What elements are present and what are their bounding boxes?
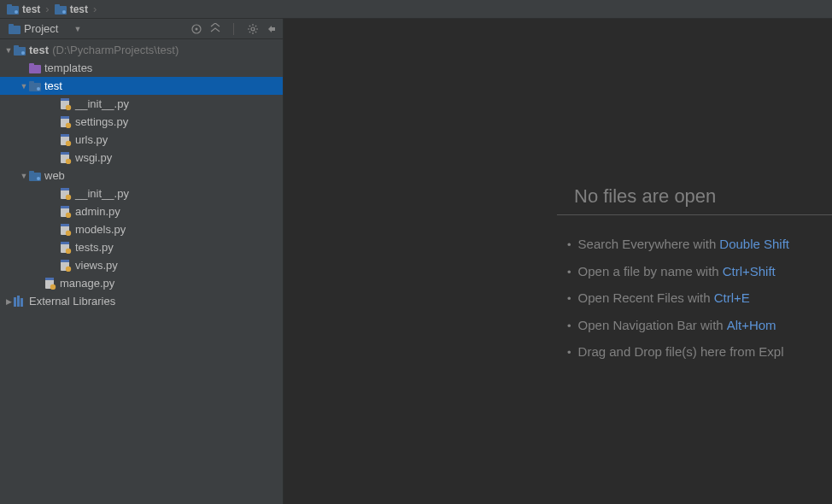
svg-rect-13 — [14, 45, 19, 48]
empty-state-title: No files are open — [557, 185, 832, 215]
py-icon — [60, 152, 72, 164]
empty-state-tip: •Open Navigation Bar withAlt+Hom — [567, 312, 832, 339]
module-icon — [7, 4, 19, 15]
svg-point-25 — [66, 122, 71, 127]
svg-rect-39 — [61, 206, 69, 208]
tree-node-settings[interactable]: settings.py — [0, 113, 283, 131]
tree-node-label: manage.py — [60, 277, 114, 290]
tree-arrow-icon[interactable]: ▼ — [3, 45, 14, 56]
collapse-all-button[interactable] — [208, 21, 223, 37]
tree-arrow-icon[interactable]: ▼ — [19, 81, 29, 91]
svg-rect-30 — [61, 152, 69, 155]
svg-rect-36 — [61, 188, 69, 190]
tree-arrow-icon[interactable]: ▶ — [3, 296, 14, 307]
lib-icon — [14, 296, 26, 307]
project-tree[interactable]: ▼test(D:\PycharmProjects\test)templates▼… — [0, 39, 283, 504]
tree-node-extlib[interactable]: ▶External Libraries — [0, 292, 283, 310]
tree-node-root[interactable]: ▼test(D:\PycharmProjects\test) — [0, 41, 283, 59]
svg-point-9 — [196, 27, 198, 30]
tree-node-init2[interactable]: __init__.py — [0, 185, 283, 202]
project-view-dropdown[interactable]: Project ▼ — [3, 21, 86, 37]
breadcrumb-label: test — [22, 3, 40, 15]
tree-node-test-pkg[interactable]: ▼test — [0, 77, 283, 95]
py-icon — [60, 134, 72, 146]
svg-point-46 — [66, 248, 71, 253]
breadcrumb-item-root[interactable]: test — [3, 3, 44, 15]
breadcrumb-item-1[interactable]: test — [51, 3, 91, 15]
svg-rect-27 — [61, 134, 69, 137]
py-icon — [44, 278, 56, 290]
tip-shortcut: Double Shift — [719, 231, 789, 258]
py-icon — [60, 260, 72, 272]
tree-node-urls[interactable]: urls.py — [0, 131, 283, 149]
tree-node-label: admin.py — [75, 205, 120, 218]
empty-state-tip: •Open a file by name withCtrl+Shift — [567, 258, 832, 285]
svg-rect-16 — [29, 63, 34, 66]
tree-node-wsgi[interactable]: wsgi.py — [0, 149, 283, 167]
tree-node-admin[interactable]: admin.py — [0, 202, 283, 220]
svg-point-22 — [66, 104, 71, 109]
svg-rect-42 — [61, 224, 69, 226]
tree-node-hint: (D:\PycharmProjects\test) — [52, 44, 179, 56]
tip-text: Open Recent Files with — [578, 284, 711, 312]
svg-point-49 — [66, 266, 71, 271]
main-area: Project ▼ — [0, 19, 832, 504]
tip-shortcut: Ctrl+E — [714, 284, 750, 312]
scroll-from-source-button[interactable] — [189, 21, 204, 37]
svg-point-43 — [66, 230, 71, 235]
py-icon — [60, 206, 72, 218]
tree-node-label: __init__.py — [75, 97, 129, 110]
tree-node-label: urls.py — [75, 133, 108, 146]
empty-state-tip: •Search Everywhere withDouble Shift — [567, 231, 832, 258]
module-icon — [29, 81, 41, 91]
tree-arrow-icon[interactable]: ▼ — [19, 171, 29, 181]
tip-text: Search Everywhere with — [578, 231, 717, 258]
tip-shortcut: Ctrl+Shift — [723, 258, 776, 285]
svg-rect-24 — [61, 116, 69, 119]
svg-rect-21 — [61, 98, 69, 101]
svg-point-40 — [66, 212, 71, 217]
svg-point-11 — [251, 27, 255, 31]
module-icon — [29, 171, 41, 181]
svg-point-28 — [66, 140, 71, 145]
templates-folder-icon — [29, 63, 41, 73]
svg-rect-45 — [61, 242, 69, 244]
tree-node-models[interactable]: models.py — [0, 220, 283, 238]
tree-node-label: settings.py — [75, 115, 128, 128]
breadcrumb-bar: test › test › — [0, 0, 832, 19]
tree-node-tests[interactable]: tests.py — [0, 238, 283, 256]
editor-area[interactable]: No files are open •Search Everywhere wit… — [284, 19, 832, 504]
module-icon — [55, 4, 67, 15]
tree-node-label: views.py — [75, 259, 118, 272]
tree-node-views[interactable]: views.py — [0, 256, 283, 274]
svg-rect-33 — [29, 171, 34, 173]
svg-point-14 — [21, 51, 25, 55]
svg-rect-53 — [14, 297, 16, 307]
tree-node-web[interactable]: ▼web — [0, 167, 283, 185]
py-icon — [60, 188, 72, 200]
py-icon — [60, 242, 72, 254]
gear-icon[interactable] — [245, 21, 261, 37]
hide-button[interactable] — [264, 21, 279, 37]
project-view-label: Project — [24, 22, 58, 35]
svg-point-31 — [66, 158, 71, 163]
editor-empty-state: No files are open •Search Everywhere wit… — [557, 185, 832, 366]
sidebar-header: Project ▼ — [0, 19, 283, 39]
tree-node-manage[interactable]: manage.py — [0, 274, 283, 292]
tip-shortcut: Alt+Hom — [727, 312, 776, 339]
tree-node-label: web — [44, 169, 65, 182]
breadcrumb-label: test — [70, 3, 88, 15]
tree-node-templates[interactable]: templates — [0, 59, 283, 77]
svg-rect-54 — [17, 296, 20, 307]
svg-rect-48 — [61, 260, 69, 262]
py-icon — [60, 98, 72, 110]
tree-node-init1[interactable]: __init__.py — [0, 95, 283, 113]
svg-rect-4 — [55, 4, 60, 7]
empty-state-tip: •Open Recent Files withCtrl+E — [567, 284, 832, 312]
svg-point-2 — [15, 10, 18, 14]
empty-state-tips: •Search Everywhere withDouble Shift•Open… — [557, 231, 832, 366]
chevron-right-icon: › — [91, 3, 98, 15]
tree-node-label: test — [29, 44, 49, 56]
svg-rect-7 — [9, 24, 14, 26]
project-sidebar: Project ▼ — [0, 19, 284, 504]
